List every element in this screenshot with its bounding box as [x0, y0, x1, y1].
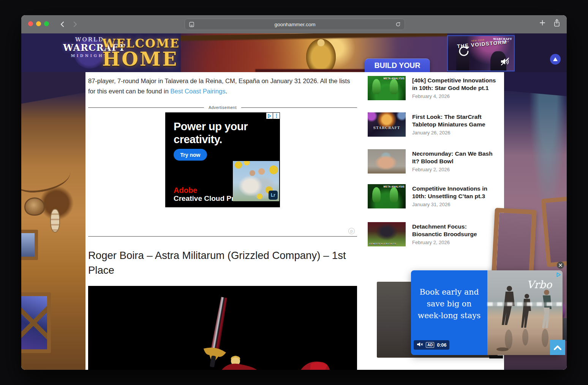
reader-view-icon[interactable] [189, 22, 194, 27]
vrbo-line3: week-long stays [418, 311, 481, 320]
paragraph-text: . [225, 88, 227, 95]
adobe-logo: Adobe [174, 186, 197, 195]
mute-icon[interactable] [417, 342, 423, 349]
vrbo-logo: Vrbo [527, 279, 552, 290]
banner-headline: WELCOME HOME [102, 36, 157, 70]
advertisement-divider: Advertisement [88, 105, 357, 110]
article-thumbnail: STARCRAFT [368, 112, 406, 137]
article-date: February 2, 2026 [412, 167, 450, 172]
adobe-product-name: Creative Cloud Pro [174, 194, 239, 203]
article-thumbnail [368, 149, 406, 174]
back-button[interactable] [58, 20, 67, 29]
new-tab-button[interactable] [539, 19, 546, 28]
banner-right-panel [515, 33, 567, 72]
try-now-button[interactable]: Try now [174, 149, 207, 161]
ad-controls [266, 113, 280, 119]
article-title[interactable]: Competitive Innovations in 10th: Unsettl… [412, 185, 498, 200]
scroll-to-top-button[interactable] [550, 340, 565, 355]
article-title[interactable]: First Look: The StarCraft Tabletop Minia… [412, 113, 498, 128]
media-edge [489, 355, 503, 358]
article-date: January 26, 2026 [412, 130, 450, 136]
article-thumbnail: META ANALYSIS [368, 76, 406, 100]
chevron-left-icon [60, 21, 65, 27]
browser-titlebar: goonhammer.com [21, 15, 567, 33]
sidebar-article-4[interactable]: META ANALYSIS Competitive Innovations in… [368, 184, 498, 209]
cta-line1: BUILD YOUR [375, 61, 420, 69]
headline-line1: Power up your [174, 120, 248, 133]
cta-line2: HOME TODAY [373, 71, 422, 73]
vrbo-ad-text-panel: Book early and save big on week-long sta… [411, 270, 487, 355]
article-heading: Roger Boira – Astra Militarum (Grizzled … [88, 248, 354, 278]
sidebar-article-1[interactable]: META ANALYSIS [40k] Competitive Innovati… [368, 76, 498, 101]
build-home-cta-button[interactable]: BUILD YOUR HOME TODAY [365, 58, 430, 72]
article-date: February 4, 2026 [412, 93, 450, 99]
lightroom-badge: Lr [269, 191, 278, 200]
collapse-ad-button[interactable] [550, 54, 561, 65]
close-ad-button[interactable] [557, 262, 564, 269]
article-title[interactable]: Necromunday: Can We Bash It? Blood Bowl [412, 150, 498, 165]
tavern-window-art [21, 292, 51, 353]
ad-timer: 0:06 [437, 342, 446, 348]
wow-banner-ad[interactable]: WORLD WARCRAFT MIDNIGHT WELCOME HOME BUI… [21, 33, 567, 72]
banner-video-player[interactable]: NEW ZONE THE VOIDSTORM WARCRAFT MIDNIGHT [447, 35, 515, 71]
picture-frame-art [21, 230, 38, 260]
picture-frame-art [541, 196, 567, 267]
thumbnail-tag: GENESTEALER CULTS [369, 243, 396, 245]
plus-icon [539, 19, 546, 26]
article-date: January 31, 2026 [412, 202, 450, 207]
sidebar-article-2[interactable]: STARCRAFT First Look: The StarCraft Tabl… [368, 112, 498, 137]
chevron-right-icon [73, 21, 77, 27]
chevron-up-icon [554, 345, 561, 350]
ad-menu-icon[interactable] [273, 113, 280, 119]
article-title[interactable]: Detachment Focus: Biosanctic Broodsurge [412, 223, 498, 238]
adchoices-icon[interactable] [556, 272, 561, 279]
video-wow-logo: WARCRAFT MIDNIGHT [493, 37, 512, 43]
vrbo-ad-controls: AD 0:06 [414, 340, 449, 350]
article-paragraph: 87-player, 7-round Major in Talavera de … [88, 76, 359, 96]
triangle-up-icon [553, 57, 558, 62]
vrbo-line2: save big on [427, 299, 472, 308]
miniature-art [88, 286, 357, 370]
share-button[interactable] [553, 19, 561, 29]
adobe-ad-photo: Lr [233, 161, 279, 201]
section-divider [88, 236, 357, 237]
vrbo-ad-copy: Book early and save big on week-long sta… [411, 286, 487, 322]
replay-icon[interactable] [457, 44, 471, 60]
zoom-window-button[interactable] [44, 21, 49, 26]
adobe-ad-headline: Power up your creativity. [174, 120, 248, 146]
close-icon [559, 264, 562, 267]
article-date: February 2, 2026 [412, 240, 450, 245]
miniature-photo [88, 286, 357, 370]
mute-icon[interactable] [500, 57, 510, 68]
paladin-statue-art [306, 39, 336, 72]
close-window-button[interactable] [28, 21, 33, 26]
vrbo-line1: Book early and [419, 287, 479, 297]
headline-line2: creativity. [174, 133, 222, 145]
background-skin-left[interactable] [21, 72, 85, 370]
url-text: goonhammer.com [194, 22, 395, 27]
minimize-window-button[interactable] [36, 21, 41, 26]
article-title[interactable]: [40k] Competitive Innovations in 10th: S… [412, 77, 498, 92]
lantern-art [24, 197, 45, 216]
sidebar-article-3[interactable]: Necromunday: Can We Bash It? Blood Bowl … [368, 149, 498, 174]
adchoices-icon[interactable] [266, 113, 273, 119]
hanging-bundle-art [50, 209, 60, 232]
thumbnail-tag: META ANALYSIS [384, 77, 405, 80]
forward-button[interactable] [71, 20, 80, 29]
video-logo-midnight: MIDNIGHT [493, 41, 512, 43]
adobe-display-ad[interactable]: Power up your creativity. Try now Adobe … [165, 112, 280, 207]
article-thumbnail: META ANALYSIS [368, 184, 406, 208]
thumbnail-tag: META ANALYSIS [384, 185, 405, 188]
ad-badge: AD [426, 342, 434, 348]
share-icon [553, 19, 561, 28]
headline-home: HOME [102, 48, 157, 70]
refresh-icon[interactable] [395, 22, 401, 27]
article-thumbnail: GENESTEALER CULTS [368, 222, 406, 246]
sidebar-article-5[interactable]: GENESTEALER CULTS Detachment Focus: Bios… [368, 222, 498, 247]
best-coast-pairings-link[interactable]: Best Coast Pairings [170, 88, 225, 95]
address-bar[interactable]: goonhammer.com [185, 19, 405, 30]
browser-window: goonhammer.com WORLD WARCRAFT MIDNIGHT [21, 15, 567, 370]
vrbo-video-ad[interactable]: Book early and save big on week-long sta… [411, 270, 563, 355]
primis-icon[interactable]: p [348, 228, 355, 234]
advertisement-label: Advertisement [204, 105, 241, 110]
